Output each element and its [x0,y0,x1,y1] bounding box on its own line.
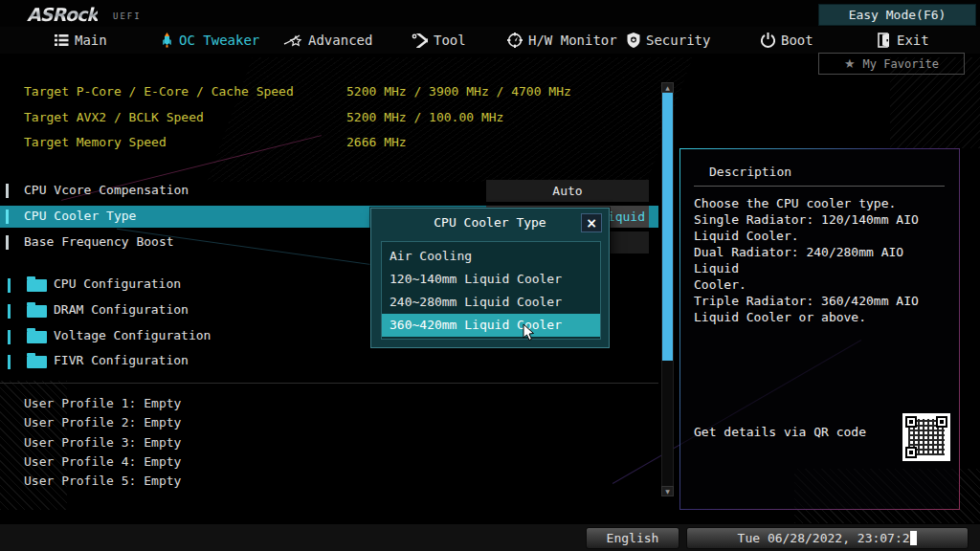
cpu-configuration-label: CPU Configuration [54,276,181,291]
tab-exit[interactable]: Exit [878,31,929,50]
description-panel: Description Choose the CPU cooler type. … [679,148,960,510]
list-icon [55,33,69,47]
target-pcore-value: 5200 MHz / 3900 MHz / 4700 MHz [346,84,571,99]
target-avx2-row: Target AVX2 / BCLK Speed 5200 MHz / 100.… [24,110,656,125]
footer-bar: English Tue 06/28/2022, 23:07:21 [0,523,980,551]
uefi-label: UEFI [113,11,142,21]
target-avx2-label: Target AVX2 / BCLK Speed [24,110,204,124]
cpu-cooler-type-label: CPU Cooler Type [24,209,136,223]
power-icon [761,33,775,48]
description-title: Description [709,165,791,179]
language-button[interactable]: English [586,527,679,549]
star-icon: ★ [844,56,856,71]
cpu-cooler-type-dialog: CPU Cooler Type × Air Cooling 120~140mm … [370,208,610,348]
row-marker [6,235,9,250]
qr-finder [905,416,917,428]
tab-security[interactable]: Security [627,31,710,50]
tab-main-label: Main [75,33,107,48]
folder-icon [27,305,47,318]
cpu-vcore-compensation-value[interactable]: Auto [486,180,649,202]
scrollbar-thumb[interactable] [662,93,673,361]
cpu-vcore-compensation-label: CPU Vcore Compensation [24,183,189,197]
shield-icon [627,33,640,48]
user-profile-5[interactable]: User Profile 5: Empty [24,474,407,493]
gauge-icon [507,33,523,48]
row-marker [8,304,11,319]
qr-finder [936,416,947,428]
row-cpu-vcore-compensation[interactable]: CPU Vcore Compensation Auto [0,180,658,202]
tab-tool-label: Tool [434,33,466,48]
tab-advanced-label: Advanced [308,33,372,48]
scrollbar-up-button[interactable]: ▲ [661,82,674,93]
description-text: Choose the CPU cooler type. Single Radia… [694,195,950,325]
description-divider [694,186,945,187]
tab-tool[interactable]: Tool [412,31,466,50]
target-memory-row: Target Memory Speed 2666 MHz [24,135,656,150]
folder-fivr-configuration[interactable]: FIVR Configuration [0,351,412,372]
close-icon[interactable]: × [581,213,602,232]
user-profile-1[interactable]: User Profile 1: Empty [24,396,407,415]
target-pcore-row: Target P-Core / E-Core / Cache Speed 520… [24,84,656,99]
option-360-420mm[interactable]: 360~420mm Liquid Cooler [382,314,600,337]
datetime-text: Tue 06/28/2022, 23:07:2 [738,531,910,545]
tab-boot-label: Boot [781,33,813,48]
qr-code-label: Get details via QR code [694,425,866,439]
option-240-280mm[interactable]: 240~280mm Liquid Cooler [382,291,600,314]
target-memory-value: 2666 MHz [346,135,407,149]
fivr-configuration-label: FIVR Configuration [54,353,189,367]
tab-oc-tweaker-label: OC Tweaker [179,33,259,48]
tab-main[interactable]: Main [55,31,107,50]
easy-mode-button[interactable]: Easy Mode(F6) [818,4,976,26]
row-marker [8,355,11,369]
section-divider [0,383,658,384]
shooting-star-icon [283,33,302,48]
my-favorite-label: My Favorite [863,57,939,71]
target-memory-label: Target Memory Speed [24,135,167,149]
tab-exit-label: Exit [897,33,929,48]
tab-boot[interactable]: Boot [761,31,813,50]
exit-door-icon [878,33,891,48]
scrollbar-down-button[interactable]: ▼ [661,486,674,496]
tab-advanced[interactable]: Advanced [283,31,372,50]
row-marker [6,209,9,224]
folder-voltage-configuration[interactable]: Voltage Configuration [0,326,412,347]
tab-hw-monitor-label: H/W Monitor [528,33,617,48]
option-120-140mm[interactable]: 120~140mm Liquid Cooler [382,268,600,291]
my-favorite-button[interactable]: ★ My Favorite [818,53,965,75]
tab-oc-tweaker[interactable]: OC Tweaker [161,31,259,50]
datetime-display: Tue 06/28/2022, 23:07:21 [686,527,969,549]
user-profile-2[interactable]: User Profile 2: Empty [24,415,407,434]
folder-dram-configuration[interactable]: DRAM Configuration [0,300,412,321]
tab-security-label: Security [646,33,710,48]
dram-configuration-label: DRAM Configuration [54,302,189,317]
qr-finder [905,447,917,458]
qr-code [902,413,950,461]
time-cursor: 1 [910,531,918,545]
target-avx2-value: 5200 MHz / 100.00 MHz [346,110,503,124]
voltage-configuration-label: Voltage Configuration [54,328,211,342]
option-air-cooling[interactable]: Air Cooling [382,245,600,268]
row-marker [8,330,11,344]
tools-icon [412,33,428,48]
user-profile-4[interactable]: User Profile 4: Empty [24,454,407,474]
folder-icon [27,356,47,368]
user-profile-3[interactable]: User Profile 3: Empty [24,435,407,454]
target-pcore-label: Target P-Core / E-Core / Cache Speed [24,84,294,99]
folder-cpu-configuration[interactable]: CPU Configuration [0,275,412,296]
row-marker [6,184,9,198]
folder-icon [27,279,47,292]
base-frequency-boost-label: Base Frequency Boost [24,234,174,249]
dialog-title: CPU Cooler Type [371,215,609,230]
dialog-option-list: Air Cooling 120~140mm Liquid Cooler 240~… [381,241,601,340]
folder-icon [27,331,47,343]
asrock-logo: ASRock [27,4,98,25]
tab-hw-monitor[interactable]: H/W Monitor [507,31,617,50]
row-marker [8,278,11,293]
nav-bar: Main OC Tweaker Advanced Tool [0,27,980,54]
rocket-icon [161,33,173,48]
